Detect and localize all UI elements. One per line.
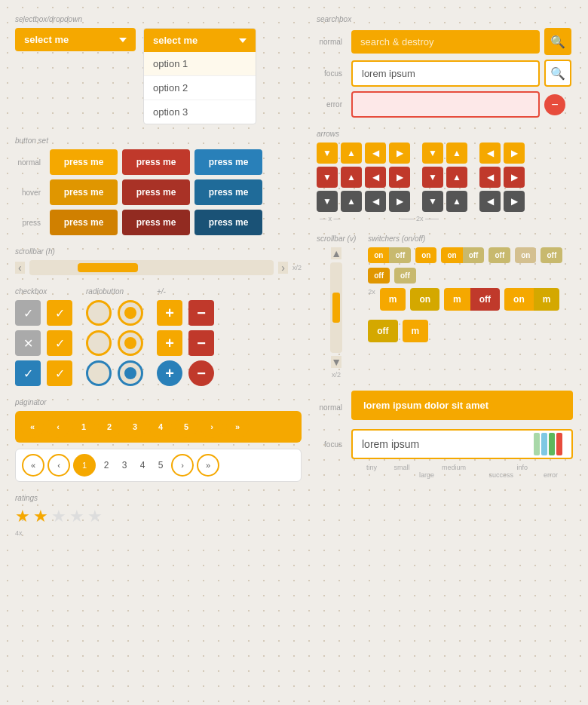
rb-checked1[interactable] bbox=[118, 300, 143, 326]
star-4[interactable]: ★ bbox=[69, 507, 84, 526]
arrow-down-red1[interactable]: ▼ bbox=[317, 167, 338, 188]
star-1[interactable]: ★ bbox=[15, 507, 30, 526]
cb-unchecked-dark1[interactable]: ✓ bbox=[15, 300, 41, 326]
pm-plus-blue[interactable]: + bbox=[157, 360, 182, 386]
select-open[interactable]: select me option 1 option 2 option 3 bbox=[143, 28, 256, 124]
sw-lg-on-1[interactable]: on bbox=[410, 288, 439, 311]
switcher-3[interactable]: on off bbox=[441, 247, 484, 263]
sw-off-big-1[interactable]: off bbox=[368, 268, 390, 284]
scrollbar-left-arrow[interactable]: ‹ bbox=[15, 262, 25, 274]
arrow-up-red1[interactable]: ▲ bbox=[341, 167, 362, 188]
pag-last-yellow[interactable]: » bbox=[226, 415, 249, 438]
rb-unchecked2[interactable] bbox=[86, 330, 112, 356]
sw-lg-off-1[interactable]: off bbox=[470, 288, 500, 311]
rb-blue-unchecked[interactable] bbox=[86, 360, 112, 386]
btn-blue-press[interactable]: press me bbox=[194, 210, 262, 235]
sw-lg-m-4[interactable]: m bbox=[403, 320, 429, 342]
sw-lg-on-2[interactable]: on bbox=[504, 288, 534, 311]
pm-minus-red[interactable]: − bbox=[188, 300, 214, 326]
pag-3-yellow[interactable]: 3 bbox=[124, 415, 146, 438]
sw-off-big-2[interactable]: off bbox=[394, 268, 416, 284]
switcher-lg-3[interactable]: m off bbox=[444, 288, 500, 311]
search-btn-yellow[interactable]: 🔍 bbox=[544, 28, 571, 55]
pag-prev-yellow[interactable]: ‹ bbox=[47, 415, 69, 438]
btn-yellow-normal[interactable]: press me bbox=[50, 149, 118, 175]
arrow-down-dark1[interactable]: ▼ bbox=[317, 191, 338, 212]
switcher-5[interactable]: on bbox=[515, 247, 536, 263]
pag-5-yellow[interactable]: 5 bbox=[175, 415, 198, 438]
btn-red-press[interactable]: press me bbox=[122, 210, 190, 235]
sw-lg-m-1[interactable]: m bbox=[380, 288, 406, 311]
sw-on-2[interactable]: on bbox=[415, 247, 436, 263]
star-5[interactable]: ★ bbox=[87, 507, 103, 526]
cb-check-yellow3[interactable]: ✓ bbox=[47, 360, 72, 386]
pag-first-yellow[interactable]: « bbox=[21, 415, 44, 438]
sw-off-3[interactable]: off bbox=[463, 247, 485, 263]
switcher-lg-off-1[interactable]: off bbox=[368, 320, 397, 342]
switcher-lg-1[interactable]: m bbox=[380, 288, 406, 311]
arrow-left-red2[interactable]: ◀ bbox=[479, 167, 501, 188]
arrow-right-red1[interactable]: ▶ bbox=[389, 167, 410, 188]
pm-plus-yellow[interactable]: + bbox=[157, 300, 182, 326]
pag-num-4[interactable]: 4 bbox=[135, 460, 150, 471]
scrollbar-right-arrow[interactable]: › bbox=[278, 262, 288, 274]
select-option-1[interactable]: option 1 bbox=[144, 52, 256, 76]
arrow-left-yellow1[interactable]: ◀ bbox=[365, 143, 386, 164]
btn-yellow-press[interactable]: press me bbox=[50, 210, 118, 235]
arrow-up-yellow1[interactable]: ▲ bbox=[341, 143, 362, 164]
arrow-right-dark2[interactable]: ▶ bbox=[504, 191, 525, 212]
sw-off-6[interactable]: off bbox=[541, 247, 562, 263]
arrow-left-red1[interactable]: ◀ bbox=[365, 167, 386, 188]
pag-prev-white[interactable]: ‹ bbox=[47, 454, 70, 477]
arrow-down-dark2[interactable]: ▼ bbox=[422, 191, 443, 212]
switcher-1[interactable]: on off bbox=[368, 247, 411, 263]
pag-last-white[interactable]: » bbox=[197, 454, 219, 477]
arrow-up-dark1[interactable]: ▲ bbox=[341, 191, 362, 212]
switcher-lg-2[interactable]: on bbox=[410, 288, 439, 311]
scrollbar-v-down[interactable]: ▼ bbox=[331, 356, 341, 368]
select-option-2[interactable]: option 2 bbox=[144, 76, 256, 100]
pag-4-yellow[interactable]: 4 bbox=[149, 415, 172, 438]
pag-current[interactable]: 1 bbox=[73, 454, 96, 477]
cb-slash-dark[interactable]: ✕ bbox=[15, 330, 41, 356]
switcher-off-1[interactable]: off bbox=[368, 268, 390, 284]
sw-lg-m-3[interactable]: m bbox=[534, 288, 560, 311]
arrow-down-red2[interactable]: ▼ bbox=[422, 167, 443, 188]
pag-1-yellow[interactable]: 1 bbox=[72, 415, 95, 438]
arrow-left-dark1[interactable]: ◀ bbox=[365, 191, 386, 212]
star-2[interactable]: ★ bbox=[33, 507, 48, 526]
pm-minus-red-circle[interactable]: − bbox=[188, 360, 214, 386]
pag-num-3[interactable]: 3 bbox=[117, 460, 132, 471]
switcher-lg-4[interactable]: on m bbox=[504, 288, 559, 311]
btn-blue-hover[interactable]: press me bbox=[194, 179, 262, 205]
scrollbar-v-up[interactable]: ▲ bbox=[331, 247, 341, 259]
btn-red-hover[interactable]: press me bbox=[122, 179, 190, 205]
sw-off-1[interactable]: off bbox=[389, 247, 411, 263]
select-closed[interactable]: select me bbox=[15, 28, 136, 51]
rb-checked2[interactable] bbox=[118, 330, 143, 356]
pag-2-yellow[interactable]: 2 bbox=[98, 415, 121, 438]
pm-plus-yellow2[interactable]: + bbox=[157, 330, 182, 356]
btn-blue-normal[interactable]: press me bbox=[194, 149, 262, 175]
scrollbar-v-thumb[interactable] bbox=[332, 293, 340, 323]
cb-check-blue[interactable]: ✓ bbox=[15, 360, 41, 386]
switcher-lg-m-1[interactable]: m bbox=[403, 320, 429, 342]
sw-lg-m-2[interactable]: m bbox=[444, 288, 470, 311]
sw-on-1[interactable]: on bbox=[368, 247, 389, 263]
switcher-2[interactable]: on bbox=[415, 247, 436, 263]
cb-check-yellow2[interactable]: ✓ bbox=[47, 330, 72, 356]
select-option-3[interactable]: option 3 bbox=[144, 100, 256, 124]
sw-dim-on-5[interactable]: on bbox=[515, 247, 536, 263]
cb-checked-yellow1[interactable]: ✓ bbox=[47, 300, 72, 326]
pag-next-white[interactable]: › bbox=[171, 454, 194, 477]
switcher-4[interactable]: off bbox=[488, 247, 510, 263]
btn-yellow-hover[interactable]: press me bbox=[50, 179, 118, 205]
arrow-right-yellow1[interactable]: ▶ bbox=[389, 143, 410, 164]
sw-on-3[interactable]: on bbox=[441, 247, 462, 263]
pag-first-white[interactable]: « bbox=[22, 454, 44, 477]
btn-red-normal[interactable]: press me bbox=[122, 149, 190, 175]
arrow-up-red2[interactable]: ▲ bbox=[446, 167, 467, 188]
arrow-down-yellow2[interactable]: ▼ bbox=[422, 143, 443, 164]
rb-unchecked1[interactable] bbox=[86, 300, 112, 326]
arrow-left-yellow2[interactable]: ◀ bbox=[479, 143, 501, 164]
